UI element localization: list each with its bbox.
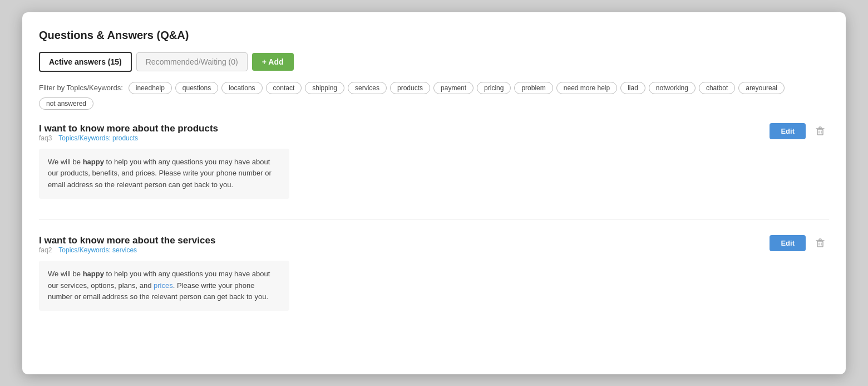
faq-question-1: I want to know more about the products bbox=[39, 123, 289, 134]
keyword-problem[interactable]: problem bbox=[514, 82, 553, 94]
faq-item-1: I want to know more about the products f… bbox=[39, 123, 829, 219]
keyword-not-answered[interactable]: not answered bbox=[39, 97, 93, 110]
keyword-contact[interactable]: contact bbox=[266, 82, 302, 94]
faq-actions-2: Edit bbox=[770, 235, 829, 252]
faq-edit-button-1[interactable]: Edit bbox=[770, 123, 806, 139]
trash-icon-1 bbox=[815, 125, 826, 136]
filter-row: Filter by Topics/Keywords: ineedhelp que… bbox=[39, 82, 829, 110]
svg-rect-5 bbox=[817, 241, 823, 247]
keyword-areyoureal[interactable]: areyoureal bbox=[738, 82, 785, 94]
keyword-need-more-help[interactable]: need more help bbox=[556, 82, 617, 94]
faq-meta-2: faq2 Topics/Keywords: services bbox=[39, 246, 289, 254]
faq-edit-button-2[interactable]: Edit bbox=[770, 235, 806, 251]
filter-label: Filter by Topics/Keywords: bbox=[39, 84, 123, 92]
tab-recommended[interactable]: Recommended/Waiting (0) bbox=[136, 52, 248, 71]
faq-question-area-2: I want to know more about the services f… bbox=[39, 235, 289, 311]
keyword-pricing[interactable]: pricing bbox=[477, 82, 511, 94]
svg-rect-2 bbox=[819, 127, 821, 129]
keyword-questions[interactable]: questions bbox=[175, 82, 218, 94]
keyword-locations[interactable]: locations bbox=[221, 82, 262, 94]
faq-question-2: I want to know more about the services bbox=[39, 235, 289, 246]
tabs-row: Active answers (15) Recommended/Waiting … bbox=[39, 52, 829, 72]
faq-delete-button-1[interactable] bbox=[811, 123, 829, 140]
tab-active-answers[interactable]: Active answers (15) bbox=[39, 52, 132, 72]
keyword-services[interactable]: services bbox=[348, 82, 387, 94]
trash-icon-2 bbox=[815, 237, 826, 248]
add-button[interactable]: + Add bbox=[252, 53, 294, 71]
faq-header-2: I want to know more about the services f… bbox=[39, 235, 829, 311]
faq-delete-button-2[interactable] bbox=[811, 235, 829, 252]
keyword-liad[interactable]: liad bbox=[620, 82, 645, 94]
faq-actions-1: Edit bbox=[770, 123, 829, 140]
page-title: Questions & Answers (Q&A) bbox=[39, 29, 829, 42]
faq-answer-1: We will be happy to help you with any qu… bbox=[39, 149, 289, 199]
keyword-shipping[interactable]: shipping bbox=[305, 82, 344, 94]
keyword-chatbot[interactable]: chatbot bbox=[699, 82, 735, 94]
faq-header-1: I want to know more about the products f… bbox=[39, 123, 829, 199]
main-window: Questions & Answers (Q&A) Active answers… bbox=[22, 12, 846, 374]
faq-topics-1: Topics/Keywords: products bbox=[58, 134, 138, 142]
keyword-notworking[interactable]: notworking bbox=[649, 82, 696, 94]
keyword-ineedhelp[interactable]: ineedhelp bbox=[129, 82, 172, 94]
faq-item-2: I want to know more about the services f… bbox=[39, 219, 829, 331]
faq-question-area-1: I want to know more about the products f… bbox=[39, 123, 289, 199]
svg-rect-0 bbox=[817, 129, 823, 135]
faq-meta-1: faq3 Topics/Keywords: products bbox=[39, 134, 289, 142]
svg-rect-7 bbox=[819, 239, 821, 241]
keyword-products[interactable]: products bbox=[390, 82, 430, 94]
faq-id-1: faq3 bbox=[39, 134, 52, 142]
faq-topics-2: Topics/Keywords: services bbox=[58, 246, 137, 254]
faq-id-2: faq2 bbox=[39, 246, 52, 254]
faq-answer-2: We will be happy to help you with any qu… bbox=[39, 261, 289, 311]
keyword-payment[interactable]: payment bbox=[433, 82, 474, 94]
